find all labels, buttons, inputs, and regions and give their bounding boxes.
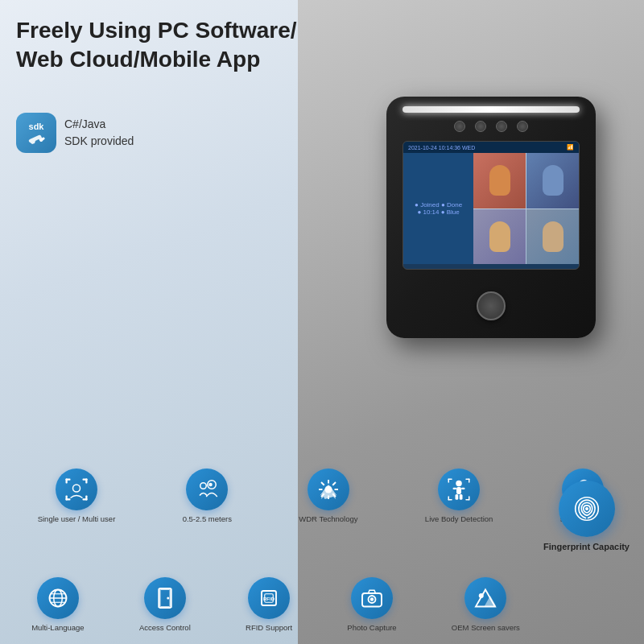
feature-photo-capture: Photo Capture bbox=[345, 574, 398, 636]
sdk-line1: C#/Java bbox=[64, 116, 134, 133]
sdk-text: C#/Java SDK provided bbox=[64, 116, 134, 150]
fingerprint-label: Fingerprint Capacity bbox=[543, 542, 630, 551]
door-icon bbox=[153, 586, 177, 610]
svg-rect-26 bbox=[456, 494, 459, 500]
svg-text:RFID: RFID bbox=[263, 597, 275, 601]
feature-icon-multilang bbox=[37, 577, 79, 619]
feature-icon-access-control bbox=[144, 577, 186, 619]
globe-icon bbox=[46, 586, 70, 610]
feature-label-multilang: Multi-Language bbox=[31, 623, 85, 633]
feature-icon-photo-capture bbox=[351, 577, 393, 619]
feature-access-control: Access Control bbox=[138, 574, 192, 636]
main-title: Freely Using PC Software/Web Cloud/Mobil… bbox=[16, 16, 297, 75]
feature-icon-distance bbox=[186, 469, 228, 510]
svg-line-17 bbox=[321, 482, 324, 485]
face-cell-4 bbox=[526, 209, 579, 265]
feature-label-photo-capture: Photo Capture bbox=[347, 623, 396, 633]
sdk-label: sdk bbox=[29, 122, 44, 131]
svg-rect-8 bbox=[85, 495, 87, 500]
device-container: 2021-10-24 10:14:36 WED 📶 ● Joined ● Don… bbox=[362, 97, 620, 386]
feature-single-multi: Single user / Multi user bbox=[36, 465, 118, 527]
feature-label-rfid: RFID Support bbox=[246, 623, 292, 633]
svg-point-44 bbox=[167, 597, 169, 599]
svg-rect-6 bbox=[65, 495, 67, 500]
svg-point-56 bbox=[585, 507, 588, 510]
feature-wdr: WDR Technology bbox=[297, 465, 359, 527]
feature-multilang: Multi-Language bbox=[30, 574, 86, 636]
device-light-bar bbox=[402, 106, 580, 113]
device-body: 2021-10-24 10:14:36 WED 📶 ● Joined ● Don… bbox=[386, 97, 596, 338]
camera-icon bbox=[360, 586, 384, 610]
feature-body-detection: Live Body Detection bbox=[423, 465, 495, 527]
device-sensors bbox=[454, 121, 528, 132]
svg-point-12 bbox=[209, 482, 213, 486]
svg-rect-25 bbox=[461, 487, 465, 489]
svg-point-9 bbox=[72, 485, 80, 492]
face-cell-1 bbox=[473, 153, 526, 208]
device-screen: 2021-10-24 10:14:36 WED 📶 ● Joined ● Don… bbox=[402, 141, 580, 270]
screen-status: ● Joined ● Done● 10:14 ● Blue bbox=[415, 201, 462, 216]
screen-left: ● Joined ● Done● 10:14 ● Blue bbox=[403, 153, 473, 264]
face-scan-icon bbox=[64, 477, 89, 502]
sensor-4 bbox=[517, 121, 528, 132]
feature-icon-wdr bbox=[308, 469, 349, 510]
svg-rect-31 bbox=[469, 478, 470, 482]
feature-label-access-control: Access Control bbox=[139, 623, 191, 633]
device-button bbox=[477, 291, 506, 320]
screen-top-bar: 2021-10-24 10:14:36 WED 📶 bbox=[403, 142, 579, 153]
feature-icon-body-detection bbox=[438, 469, 480, 510]
svg-rect-35 bbox=[469, 496, 470, 500]
sensor-1 bbox=[454, 121, 465, 132]
sensor-3 bbox=[496, 121, 507, 132]
svg-rect-4 bbox=[85, 478, 87, 483]
features-row-2: Multi-Language Access Control RFID RFID … bbox=[4, 574, 547, 636]
wdr-icon bbox=[316, 477, 341, 502]
screen-datetime: 2021-10-24 10:14:36 WED bbox=[408, 145, 475, 151]
face-cell-3 bbox=[473, 209, 526, 265]
distance-icon bbox=[195, 477, 219, 502]
svg-point-10 bbox=[200, 482, 207, 489]
sensor-2 bbox=[475, 121, 486, 132]
sdk-icon: sdk bbox=[16, 113, 56, 153]
feature-label-distance: 0.5-2.5 meters bbox=[183, 514, 232, 524]
fingerprint-feature: Fingerprint Capacity bbox=[543, 481, 630, 551]
feature-icon-single-multi bbox=[56, 469, 97, 510]
svg-rect-2 bbox=[65, 478, 67, 483]
svg-rect-33 bbox=[448, 496, 450, 500]
svg-rect-29 bbox=[448, 478, 450, 482]
screen-content: ● Joined ● Done● 10:14 ● Blue bbox=[403, 153, 579, 264]
svg-point-22 bbox=[456, 480, 462, 486]
feature-distance: 0.5-2.5 meters bbox=[181, 465, 233, 527]
fingerprint-icon bbox=[570, 492, 604, 526]
feature-rfid: RFID RFID Support bbox=[244, 574, 294, 636]
fingerprint-icon-circle bbox=[559, 481, 615, 537]
svg-point-52 bbox=[370, 597, 374, 601]
feature-label-wdr: WDR Technology bbox=[299, 514, 357, 524]
feature-label-body-detection: Live Body Detection bbox=[425, 514, 493, 524]
feature-label-single-multi: Single user / Multi user bbox=[38, 514, 116, 524]
face-grid bbox=[473, 153, 579, 264]
screen-right bbox=[473, 153, 579, 264]
face-cell-2 bbox=[526, 153, 579, 208]
mountain-icon bbox=[473, 586, 497, 610]
feature-label-oem: OEM Screen savers bbox=[452, 623, 520, 633]
wrench-icon bbox=[27, 134, 45, 145]
sdk-badge: sdk C#/Java SDK provided bbox=[16, 113, 134, 153]
feature-oem: OEM Screen savers bbox=[450, 574, 522, 636]
svg-marker-54 bbox=[485, 596, 497, 607]
left-panel bbox=[0, 0, 298, 644]
screen-wifi: 📶 bbox=[567, 144, 574, 151]
body-detection-icon bbox=[447, 477, 471, 502]
svg-rect-23 bbox=[456, 487, 461, 494]
rfid-icon: RFID bbox=[257, 586, 281, 610]
svg-rect-24 bbox=[453, 487, 457, 489]
feature-icon-oem bbox=[464, 577, 506, 619]
sdk-line2: SDK provided bbox=[64, 133, 134, 150]
svg-line-19 bbox=[332, 482, 336, 485]
feature-icon-rfid: RFID bbox=[248, 577, 290, 619]
svg-point-55 bbox=[479, 593, 484, 598]
svg-rect-27 bbox=[460, 494, 463, 500]
